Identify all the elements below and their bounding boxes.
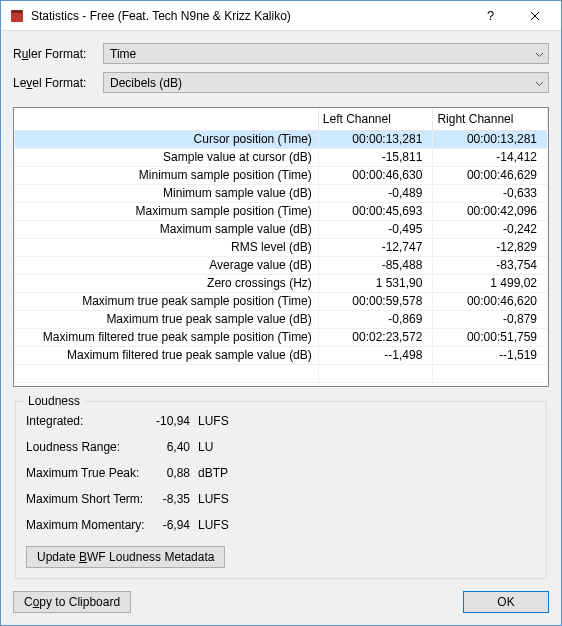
table-row[interactable]: Minimum sample position (Time)00:00:46,6… [15, 166, 548, 184]
stat-description: Sample value at cursor (dB) [15, 148, 319, 166]
stat-description: Maximum true peak sample position (Time) [15, 292, 319, 310]
close-button[interactable] [512, 2, 557, 30]
loudness-value: -8,35 [146, 492, 190, 506]
stat-left-value: 1 531,90 [318, 274, 433, 292]
chevron-down-icon [535, 47, 544, 61]
table-row[interactable]: Maximum true peak sample value (dB)-0,86… [15, 310, 548, 328]
dialog-footer: Copy to Clipboard OK [13, 591, 549, 613]
loudness-value: 6,40 [146, 440, 190, 454]
svg-rect-1 [11, 10, 23, 13]
table-row[interactable]: RMS level (dB)-12,747-12,829 [15, 238, 548, 256]
window-title: Statistics - Free (Feat. Tech N9ne & Kri… [31, 9, 467, 23]
loudness-label: Maximum Momentary: [26, 518, 146, 532]
stat-description: Zero crossings (Hz) [15, 274, 319, 292]
loudness-label: Maximum True Peak: [26, 466, 146, 480]
loudness-row: Maximum True Peak:0,88dBTP [26, 460, 536, 486]
ok-button[interactable]: OK [463, 591, 549, 613]
svg-rect-0 [11, 12, 23, 22]
stat-right-value: -14,412 [433, 148, 548, 166]
table-row[interactable]: Cursor position (Time)00:00:13,28100:00:… [15, 130, 548, 148]
loudness-value: 0,88 [146, 466, 190, 480]
statistics-table[interactable]: Left Channel Right Channel Cursor positi… [14, 108, 548, 383]
update-bwf-button[interactable]: Update BWF Loudness Metadata [26, 546, 225, 568]
level-format-label: Level Format: [13, 76, 103, 90]
loudness-value: -6,94 [146, 518, 190, 532]
help-button[interactable]: ? [467, 2, 512, 30]
table-row[interactable]: Maximum true peak sample position (Time)… [15, 292, 548, 310]
ruler-format-value: Time [110, 47, 136, 61]
ruler-format-label: Ruler Format: [13, 47, 103, 61]
loudness-title: Loudness [24, 394, 84, 408]
stat-right-value: 00:00:46,620 [433, 292, 548, 310]
stat-left-value: -12,747 [318, 238, 433, 256]
loudness-unit: dBTP [198, 466, 228, 480]
stat-right-value: 00:00:46,629 [433, 166, 548, 184]
stat-left-value: 00:00:46,630 [318, 166, 433, 184]
stat-left-value: -85,488 [318, 256, 433, 274]
column-header-right[interactable]: Right Channel [433, 108, 548, 130]
stat-left-value: --1,498 [318, 346, 433, 364]
stat-right-value: 00:00:42,096 [433, 202, 548, 220]
table-row[interactable]: Maximum sample value (dB)-0,495-0,242 [15, 220, 548, 238]
stat-description: Maximum filtered true peak sample value … [15, 346, 319, 364]
loudness-row: Maximum Momentary:-6,94LUFS [26, 512, 536, 538]
level-format-value: Decibels (dB) [110, 76, 182, 90]
svg-text:?: ? [487, 9, 494, 23]
stat-left-value: 00:00:13,281 [318, 130, 433, 148]
statistics-dialog: Statistics - Free (Feat. Tech N9ne & Kri… [0, 0, 562, 626]
stat-left-value: -0,495 [318, 220, 433, 238]
table-row[interactable]: Sample value at cursor (dB)-15,811-14,41… [15, 148, 548, 166]
stat-left-value: 00:00:45,693 [318, 202, 433, 220]
table-row[interactable]: Maximum sample position (Time)00:00:45,6… [15, 202, 548, 220]
ruler-format-dropdown[interactable]: Time [103, 43, 549, 64]
table-row [15, 364, 548, 382]
stat-description: Average value (dB) [15, 256, 319, 274]
stat-description: Cursor position (Time) [15, 130, 319, 148]
app-icon [9, 8, 25, 24]
table-row[interactable]: Zero crossings (Hz)1 531,901 499,02 [15, 274, 548, 292]
table-row[interactable]: Maximum filtered true peak sample value … [15, 346, 548, 364]
client-area: Ruler Format: Time Level Format: Decibel… [1, 31, 561, 625]
chevron-down-icon [535, 76, 544, 90]
loudness-value: -10,94 [146, 414, 190, 428]
loudness-label: Integrated: [26, 414, 146, 428]
level-format-row: Level Format: Decibels (dB) [13, 72, 549, 93]
stat-right-value: 1 499,02 [433, 274, 548, 292]
stat-description: Maximum sample position (Time) [15, 202, 319, 220]
stat-right-value: -0,633 [433, 184, 548, 202]
stat-left-value: -15,811 [318, 148, 433, 166]
table-row[interactable]: Maximum filtered true peak sample positi… [15, 328, 548, 346]
stat-description: Minimum sample value (dB) [15, 184, 319, 202]
loudness-unit: LU [198, 440, 213, 454]
stat-description: Minimum sample position (Time) [15, 166, 319, 184]
column-header-left[interactable]: Left Channel [318, 108, 433, 130]
column-header-blank[interactable] [15, 108, 319, 130]
loudness-row: Maximum Short Term:-8,35LUFS [26, 486, 536, 512]
statistics-table-container: Left Channel Right Channel Cursor positi… [13, 107, 549, 387]
table-row[interactable]: Average value (dB)-85,488-83,754 [15, 256, 548, 274]
stat-right-value: 00:00:51,759 [433, 328, 548, 346]
loudness-unit: LUFS [198, 414, 229, 428]
loudness-label: Maximum Short Term: [26, 492, 146, 506]
stat-description: RMS level (dB) [15, 238, 319, 256]
loudness-unit: LUFS [198, 492, 229, 506]
loudness-unit: LUFS [198, 518, 229, 532]
stat-right-value: 00:00:13,281 [433, 130, 548, 148]
table-row[interactable]: Minimum sample value (dB)-0,489-0,633 [15, 184, 548, 202]
titlebar: Statistics - Free (Feat. Tech N9ne & Kri… [1, 1, 561, 31]
stat-right-value: -12,829 [433, 238, 548, 256]
stat-description: Maximum sample value (dB) [15, 220, 319, 238]
stat-right-value: -0,879 [433, 310, 548, 328]
copy-to-clipboard-button[interactable]: Copy to Clipboard [13, 591, 131, 613]
stat-description: Maximum true peak sample value (dB) [15, 310, 319, 328]
stat-right-value: --1,519 [433, 346, 548, 364]
stat-left-value: 00:02:23,572 [318, 328, 433, 346]
loudness-row: Loudness Range:6,40LU [26, 434, 536, 460]
loudness-row: Integrated:-10,94LUFS [26, 408, 536, 434]
stat-left-value: 00:00:59,578 [318, 292, 433, 310]
level-format-dropdown[interactable]: Decibels (dB) [103, 72, 549, 93]
stat-description: Maximum filtered true peak sample positi… [15, 328, 319, 346]
loudness-label: Loudness Range: [26, 440, 146, 454]
stat-left-value: -0,489 [318, 184, 433, 202]
loudness-group: Loudness Integrated:-10,94LUFSLoudness R… [15, 401, 547, 579]
